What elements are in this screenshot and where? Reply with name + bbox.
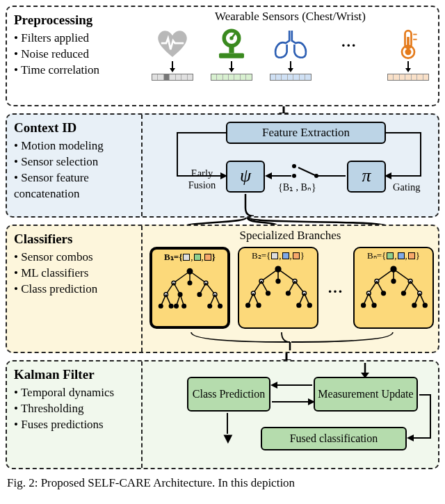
measurement-update-box: Measurement Update: [314, 377, 418, 412]
kalman-b2: Thresholding: [14, 401, 137, 417]
svg-point-64: [266, 291, 270, 295]
kalman-main: Class Prediction Measurement Update Fuse…: [143, 361, 438, 468]
arrow-scale-down: [231, 61, 232, 70]
context-title: Context ID: [14, 120, 137, 136]
kalman-bullets: Temporal dynamics Thresholding Fuses pre…: [14, 385, 137, 433]
sensor-heart: [148, 28, 197, 81]
svg-rect-3: [229, 46, 234, 54]
preproc-b2: Noise reduced: [14, 47, 137, 63]
classifiers-side: Classifiers Sensor combos ML classifiers…: [7, 226, 143, 352]
svg-marker-104: [270, 382, 277, 389]
svg-point-88: [402, 291, 406, 295]
svg-point-19: [292, 174, 296, 178]
b1-label: B₁={ ,, }: [164, 252, 216, 263]
class-prediction-box: Class Prediction: [187, 377, 270, 412]
preproc-title: Preprocessing: [14, 13, 137, 28]
b2-label: B₂={ ,, }: [252, 250, 305, 261]
gating-label: Gating: [393, 181, 420, 193]
svg-point-95: [372, 303, 376, 307]
svg-point-65: [286, 291, 291, 295]
svg-line-2: [232, 33, 235, 38]
figure-canvas: Preprocessing Filters applied Noise redu…: [0, 0, 445, 504]
panel-preprocessing: Preprocessing Filters applied Noise redu…: [6, 6, 439, 106]
bn-label: Bₙ={ ,, }: [367, 250, 420, 261]
svg-point-57: [276, 279, 280, 284]
context-b1: Motion modeling: [14, 138, 137, 154]
preproc-main: Wearable Sensors (Chest/Wrist): [143, 7, 438, 105]
svg-point-87: [382, 291, 386, 295]
context-side: Context ID Motion modeling Sensor select…: [7, 115, 143, 216]
pi-box: π: [347, 161, 386, 193]
classifiers-main: Specialized Branches B₁={ ,, }: [143, 226, 438, 352]
sensor-ellipsis: …: [325, 28, 373, 56]
panel-kalman: Kalman Filter Temporal dynamics Threshol…: [6, 360, 439, 469]
panel-classifiers: Classifiers Sensor combos ML classifiers…: [6, 225, 439, 353]
context-b2: Sensor selection: [14, 154, 137, 170]
preproc-b1: Filters applied: [14, 31, 137, 47]
tree-icon: [357, 261, 430, 318]
sensor-icons-row: …: [148, 28, 432, 81]
svg-point-80: [391, 279, 396, 284]
kalman-b1: Temporal dynamics: [14, 385, 137, 401]
svg-point-18: [292, 164, 296, 168]
svg-point-36: [164, 293, 168, 297]
svg-point-71: [246, 303, 250, 307]
svg-point-30: [188, 281, 192, 285]
svg-rect-4: [219, 54, 244, 58]
classifiers-title: Classifiers: [14, 231, 137, 247]
svg-point-66: [302, 291, 307, 295]
sensor-scale: [207, 28, 256, 81]
svg-marker-107: [407, 434, 414, 441]
branches-row: B₁={ ,, }: [149, 247, 434, 329]
preproc-side: Preprocessing Filters applied Noise redu…: [7, 7, 143, 105]
svg-point-51: [218, 304, 222, 309]
specialized-branches-label: Specialized Branches: [143, 229, 438, 243]
sensor-temp: [384, 28, 432, 81]
svg-line-76: [377, 269, 394, 281]
kalman-side: Kalman Filter Temporal dynamics Threshol…: [7, 361, 143, 468]
svg-point-49: [182, 304, 186, 309]
psi-box: ψ: [226, 161, 265, 193]
branch-bn: Bₙ={ ,, }: [353, 247, 434, 329]
kalman-b3: Fuses predictions: [14, 417, 137, 433]
svg-point-74: [307, 303, 312, 307]
svg-point-48: [175, 304, 179, 309]
svg-line-17: [298, 168, 316, 176]
classifiers-b1: Sensor combos: [14, 250, 137, 266]
strip-temp: [387, 74, 429, 81]
strip-heart: [152, 74, 193, 81]
preproc-b3: Time correlation: [14, 63, 137, 79]
svg-point-47: [169, 304, 173, 309]
svg-line-27: [190, 271, 206, 283]
feature-extraction-box: Feature Extraction: [226, 122, 386, 144]
svg-point-96: [412, 303, 416, 307]
svg-point-7: [405, 49, 412, 55]
svg-point-97: [423, 303, 427, 307]
lungs-icon: [272, 28, 309, 60]
svg-line-77: [394, 269, 410, 281]
classifiers-fanin: [143, 331, 438, 352]
thermometer-icon: [389, 28, 427, 60]
branch-ellipsis: …: [326, 274, 346, 302]
preproc-bullets: Filters applied Noise reduced Time corre…: [14, 31, 137, 79]
figure-caption: Fig. 2: Proposed SELF-CARE Architecture.…: [6, 476, 439, 490]
scale-icon: [213, 28, 250, 60]
arrow-temp-down: [407, 61, 409, 70]
svg-point-39: [213, 293, 217, 297]
svg-line-53: [261, 269, 278, 281]
svg-point-72: [257, 303, 261, 307]
kalman-title: Kalman Filter: [14, 367, 137, 382]
context-main: Feature Extraction ψ π Early Fusion {B₁ …: [143, 115, 438, 216]
classifiers-b2: ML classifiers: [14, 266, 137, 282]
context-bullets: Motion modeling Sensor selection Sensor …: [14, 138, 137, 202]
svg-point-46: [159, 304, 163, 309]
fused-classification-box: Fused classification: [261, 427, 407, 450]
strip-lungs: [270, 74, 312, 81]
heart-icon: [154, 28, 191, 60]
svg-point-73: [297, 303, 301, 307]
sensor-lungs: [266, 28, 315, 81]
branch-b2: B₂={ ,, }: [238, 247, 318, 329]
arrow-heart-down: [172, 61, 173, 70]
tree-icon: [241, 261, 315, 318]
strip-scale: [211, 74, 252, 81]
